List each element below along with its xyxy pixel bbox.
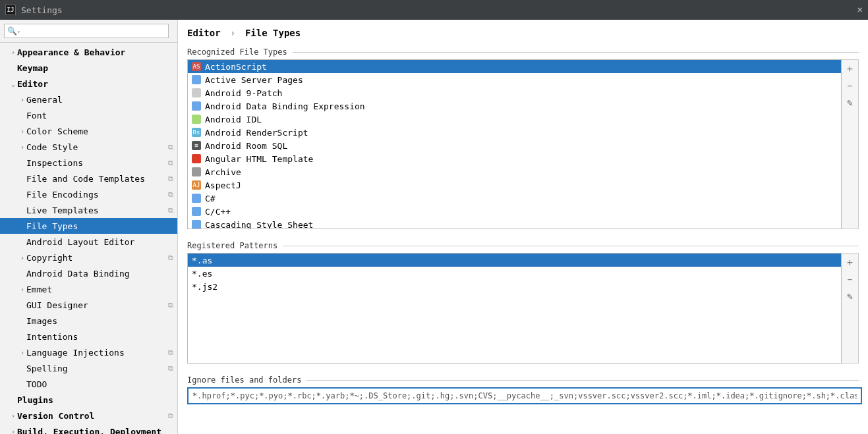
breadcrumb-file-types: File Types	[245, 28, 301, 38]
breadcrumb: Editor › File Types	[187, 28, 859, 38]
sidebar-item-label: Editor	[17, 79, 173, 89]
file-type-item[interactable]: Android 9-Patch	[188, 86, 841, 99]
sidebar-item-android-data-binding[interactable]: Android Data Binding	[0, 265, 177, 281]
sidebar-item-build-execution-deployment[interactable]: ›Build, Execution, Deployment	[0, 423, 177, 434]
sidebar-item-file-encodings[interactable]: File Encodings⧉	[0, 186, 177, 202]
file-type-item[interactable]: ≡Android Room SQL	[188, 139, 841, 152]
sidebar-item-label: TODO	[26, 379, 173, 389]
file-type-item[interactable]: Active Server Pages	[188, 73, 841, 86]
file-type-item[interactable]: ASActionScript	[188, 60, 841, 73]
pattern-label: *.as	[192, 256, 212, 265]
section-registered-label: Registered Patterns	[187, 241, 277, 250]
expand-icon: ›	[18, 286, 26, 293]
file-type-icon	[192, 207, 201, 216]
sidebar-item-todo[interactable]: TODO	[0, 376, 177, 392]
expand-icon: ⌄	[9, 80, 17, 88]
expand-icon: ›	[18, 96, 26, 103]
sidebar-item-file-and-code-templates[interactable]: File and Code Templates⧉	[0, 171, 177, 186]
file-type-icon	[192, 88, 201, 97]
sidebar-item-label: File Encodings	[26, 190, 168, 200]
close-icon[interactable]: ✕	[857, 4, 863, 14]
section-registered-header: Registered Patterns	[187, 241, 859, 250]
file-type-label: C/C++	[205, 207, 231, 217]
sidebar-item-images[interactable]: Images	[0, 313, 177, 329]
remove-button[interactable]: －	[842, 77, 858, 94]
sidebar-item-language-injections[interactable]: ›Language Injections⧉	[0, 344, 177, 360]
sidebar-item-label: Version Control	[17, 411, 168, 421]
copy-icon: ⧉	[168, 348, 173, 357]
file-type-label: AspectJ	[205, 180, 241, 190]
sidebar-item-intentions[interactable]: Intentions	[0, 329, 177, 344]
sidebar-item-editor[interactable]: ⌄Editor	[0, 76, 177, 92]
copy-icon: ⧉	[168, 159, 173, 167]
patterns-toolbar: ＋ － ✎	[842, 253, 859, 364]
copy-icon: ⧉	[168, 412, 173, 420]
sidebar-item-spelling[interactable]: Spelling⧉	[0, 360, 177, 376]
file-type-icon	[192, 220, 201, 229]
sidebar-item-label: Font	[26, 111, 173, 121]
copy-icon: ⧉	[168, 364, 173, 373]
expand-icon: ›	[9, 428, 17, 435]
sidebar-item-label: Emmet	[26, 285, 173, 294]
sidebar-item-appearance-behavior[interactable]: ›Appearance & Behavior	[0, 44, 177, 60]
sidebar-item-inspections[interactable]: Inspections⧉	[0, 155, 177, 171]
edit-button[interactable]: ✎	[842, 288, 858, 305]
sidebar-item-label: General	[26, 95, 173, 105]
pattern-item[interactable]: *.js2	[188, 280, 841, 293]
sidebar-item-copyright[interactable]: ›Copyright⧉	[0, 250, 177, 265]
file-type-label: Cascading Style Sheet	[205, 220, 313, 230]
pattern-label: *.js2	[192, 282, 217, 292]
titlebar: IJ Settings ✕	[0, 0, 868, 20]
sidebar-item-label: Spelling	[26, 364, 168, 373]
sidebar-item-label: Code Style	[26, 142, 168, 152]
pattern-item[interactable]: *.as	[188, 254, 841, 267]
remove-button[interactable]: －	[842, 271, 858, 288]
file-type-label: Archive	[205, 167, 241, 177]
file-type-label: Android Data Binding Expression	[205, 101, 365, 111]
sidebar-item-general[interactable]: ›General	[0, 92, 177, 107]
sidebar-item-label: File Types	[26, 221, 173, 231]
file-type-item[interactable]: Android IDL	[188, 113, 841, 126]
sidebar-item-font[interactable]: Font	[0, 107, 177, 123]
file-type-icon	[192, 194, 201, 203]
add-button[interactable]: ＋	[842, 254, 858, 271]
section-recognized-header: Recognized File Types	[187, 47, 859, 57]
sidebar-item-live-templates[interactable]: Live Templates⧉	[0, 202, 177, 218]
expand-icon: ›	[18, 144, 26, 151]
file-type-item[interactable]: Cascading Style Sheet	[188, 218, 841, 229]
file-types-list[interactable]: ASActionScriptActive Server PagesAndroid…	[187, 59, 842, 229]
chevron-right-icon: ›	[230, 28, 235, 38]
copy-icon: ⧉	[168, 254, 173, 262]
sidebar-item-label: Keymap	[17, 63, 173, 73]
sidebar-item-version-control[interactable]: ›Version Control⧉	[0, 408, 177, 423]
file-type-item[interactable]: C#	[188, 192, 841, 205]
file-type-item[interactable]: Angular HTML Template	[188, 152, 841, 165]
sidebar-item-android-layout-editor[interactable]: Android Layout Editor	[0, 234, 177, 250]
sidebar-item-color-scheme[interactable]: ›Color Scheme	[0, 123, 177, 139]
search-icon: 🔍▾	[7, 26, 20, 36]
pattern-item[interactable]: *.es	[188, 267, 841, 280]
app-icon: IJ	[5, 5, 16, 15]
search-input[interactable]	[4, 24, 169, 38]
file-type-label: ActionScript	[205, 62, 267, 72]
file-type-icon: AJ	[192, 180, 201, 190]
sidebar-item-gui-designer[interactable]: GUI Designer⧉	[0, 297, 177, 313]
sidebar-item-label: Plugins	[17, 395, 173, 405]
sidebar-item-code-style[interactable]: ›Code Style⧉	[0, 139, 177, 155]
expand-icon: ›	[18, 349, 26, 356]
file-type-item[interactable]: AJAspectJ	[188, 178, 841, 192]
file-type-item[interactable]: RsAndroid RenderScript	[188, 126, 841, 139]
sidebar-item-file-types[interactable]: File Types	[0, 218, 177, 234]
patterns-list[interactable]: *.as*.es*.js2	[187, 253, 842, 364]
sidebar-item-plugins[interactable]: Plugins	[0, 392, 177, 408]
add-button[interactable]: ＋	[842, 60, 858, 77]
file-type-item[interactable]: Android Data Binding Expression	[188, 99, 841, 113]
file-type-item[interactable]: Archive	[188, 165, 841, 178]
file-type-label: Android RenderScript	[205, 128, 308, 138]
file-type-item[interactable]: C/C++	[188, 205, 841, 218]
sidebar-item-emmet[interactable]: ›Emmet	[0, 281, 177, 297]
ignore-input[interactable]	[187, 387, 862, 404]
sidebar-item-keymap[interactable]: Keymap	[0, 60, 177, 76]
edit-button[interactable]: ✎	[842, 94, 858, 111]
file-type-label: Android Room SQL	[205, 141, 287, 151]
